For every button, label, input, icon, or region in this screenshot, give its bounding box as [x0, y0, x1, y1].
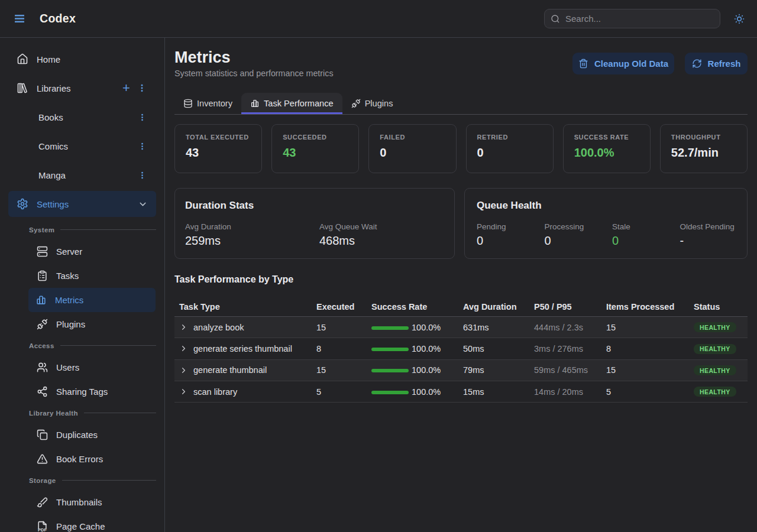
svg-text:PDF: PDF [38, 527, 47, 532]
